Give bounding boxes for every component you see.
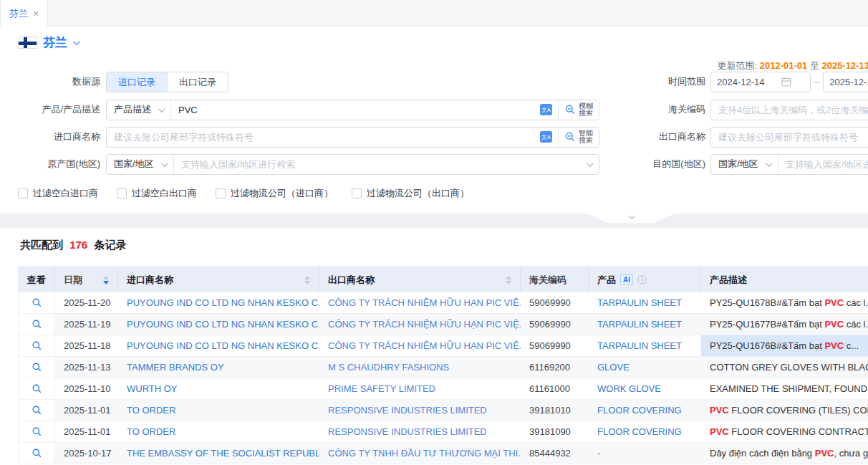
date-cell: 2025-11-01 <box>55 421 118 442</box>
country-selector[interactable]: 芬兰 <box>18 34 78 51</box>
date-to-input[interactable] <box>829 77 868 87</box>
view-search-icon[interactable] <box>32 405 42 416</box>
sort-control-date[interactable] <box>97 276 109 284</box>
product-cell: TARPAULIN SHEET <box>589 292 701 313</box>
product-link[interactable]: GLOVE <box>597 362 630 373</box>
view-search-icon[interactable] <box>32 340 42 351</box>
exporter-cell: M S CHAUDHRY FASHIONS <box>319 357 521 378</box>
hscode-input[interactable] <box>711 100 868 120</box>
checkbox-icon[interactable] <box>18 188 28 198</box>
view-search-icon[interactable] <box>32 297 42 308</box>
view-search-icon[interactable] <box>32 319 42 330</box>
product-link[interactable]: FLOOR COVERING <box>597 405 682 416</box>
exporter-link[interactable]: CÔNG TY TNHH ĐẦU TƯ THƯƠNG MẠI THI... <box>328 448 521 459</box>
update-range-to-word: 至 <box>810 60 819 71</box>
checkbox-filter-logistics-exporter[interactable]: 过滤物流公司（出口商） <box>352 187 469 200</box>
exporter-cell: CÔNG TY TRÁCH NHIỆM HỮU HẠN PIC VIỆ... <box>319 335 521 356</box>
exporter-cell: CÔNG TY TRÁCH NHIỆM HỮU HẠN PIC VIỆ... <box>319 292 521 313</box>
exporter-link[interactable]: CÔNG TY TRÁCH NHIỆM HỮU HẠN PIC VIỆ... <box>328 319 521 330</box>
datasource-option-import[interactable]: 进口记录 <box>107 72 167 92</box>
importer-link[interactable]: TAMMER BRANDS OY <box>127 362 224 373</box>
importer-link[interactable]: TO ORDER <box>127 426 175 437</box>
description-cell[interactable]: PY25-QU1678B#&Tấm bạt PVC các l... 文A <box>701 292 868 313</box>
view-cell <box>18 314 55 335</box>
view-search-icon[interactable] <box>32 448 42 459</box>
info-icon[interactable] <box>637 275 647 284</box>
checkbox-filter-blank-importer[interactable]: 过滤空白进口商 <box>18 187 98 200</box>
table-row: 2025-11-20 PUYOUNG IND CO LTD NG NHAN KE… <box>18 292 868 314</box>
importer-input[interactable] <box>107 128 540 147</box>
column-header-exporter[interactable]: 出口商名称 <box>319 267 521 292</box>
exporter-link[interactable]: RESPONSIVE INDUSTRIES LIMITED <box>328 426 487 437</box>
view-search-icon[interactable] <box>32 383 42 394</box>
fuzzy-search-button[interactable]: 模糊搜索 <box>558 100 599 120</box>
tab-bar: 芬兰 × <box>0 0 868 27</box>
description-cell[interactable]: COTTON GREY GLOVES WITH BLACK... 文A <box>701 357 868 378</box>
checkbox-label: 过滤空白出口商 <box>132 187 197 200</box>
description-cell[interactable]: PVC FLOOR COVERING CONTRACT F... 文A <box>701 421 868 442</box>
chevron-down-icon <box>158 105 165 112</box>
summary-suffix: 条记录 <box>94 239 126 251</box>
tab-close-icon[interactable]: × <box>33 9 39 19</box>
smart-search-button[interactable]: 智能搜索 <box>558 128 599 147</box>
table-row: 2025-11-19 PUYOUNG IND CO LTD NG NHAN KE… <box>18 314 868 335</box>
importer-link[interactable]: TO ORDER <box>127 405 175 416</box>
description-cell[interactable]: PVC FLOOR COVERING (TILES) CONT... 文A <box>701 400 868 421</box>
description-cell[interactable]: EXAMINED THE SHIPMENT, FOUND ... 文A <box>701 378 868 399</box>
importer-link[interactable]: WURTH OY <box>127 383 178 394</box>
date-from-field[interactable] <box>710 72 811 92</box>
date-cell: 2025-11-20 <box>55 292 118 313</box>
checkbox-icon[interactable] <box>352 188 362 198</box>
translate-icon[interactable]: 文A <box>540 104 552 115</box>
product-cell: FLOOR COVERING <box>589 400 701 421</box>
checkbox-filter-logistics-importer[interactable]: 过滤物流公司（进口商） <box>216 187 333 200</box>
column-header-importer[interactable]: 进口商名称 <box>118 267 319 292</box>
destination-label: 目的国(地区) <box>637 153 705 175</box>
view-search-icon[interactable] <box>32 426 42 437</box>
description-cell[interactable]: PY25-QU1676B#&Tấm bạt PVC c... 文A <box>701 335 868 356</box>
importer-link[interactable]: PUYOUNG IND CO LTD NG NHAN KESKO C... <box>127 319 319 330</box>
origin-search-input[interactable] <box>174 155 587 174</box>
sort-control-importer[interactable] <box>299 276 310 284</box>
date-to-field[interactable] <box>823 72 868 92</box>
checkbox-filter-blank-exporter[interactable]: 过滤空白出口商 <box>117 187 197 200</box>
view-cell <box>18 357 55 378</box>
translate-icon[interactable]: 文A <box>540 131 552 143</box>
product-link[interactable]: TARPAULIN SHEET <box>597 340 682 351</box>
sort-control-exporter[interactable] <box>500 276 511 284</box>
datasource-option-export[interactable]: 出口记录 <box>167 72 228 92</box>
date-cell: 2025-10-17 <box>55 443 118 464</box>
importer-link[interactable]: THE EMBASSY OF THE SOCIALIST REPUBLIC... <box>127 448 319 459</box>
description-cell[interactable]: Dây điện cách điện bằng PVC, chưa g... 文… <box>701 443 868 464</box>
exporter-link[interactable]: CÔNG TY TRÁCH NHIỆM HỮU HẠN PIC VIỆ... <box>328 297 521 308</box>
exporter-input[interactable] <box>711 128 868 147</box>
exporter-link[interactable]: M S CHAUDHRY FASHIONS <box>328 362 449 373</box>
product-link[interactable]: TARPAULIN SHEET <box>597 319 682 330</box>
importer-link[interactable]: PUYOUNG IND CO LTD NG NHAN KESKO C... <box>127 340 319 351</box>
description-cell[interactable]: PY25-QU1677B#&Tấm bạt PVC các l... 文A <box>701 314 868 335</box>
product-search-input[interactable] <box>171 100 540 120</box>
fuzzy-search-label: 模糊搜索 <box>579 102 593 117</box>
product-link[interactable]: WORK GLOVE <box>597 383 661 394</box>
product-label: 产品/产品描述 <box>0 99 100 120</box>
tab-finland[interactable]: 芬兰 × <box>0 0 48 27</box>
destination-search-input[interactable] <box>778 155 868 174</box>
product-link[interactable]: FLOOR COVERING <box>597 426 682 437</box>
column-header-date[interactable]: 日期 <box>55 267 118 292</box>
exporter-link[interactable]: PRIME SAFETY LIMITED <box>328 383 435 394</box>
date-from-input[interactable] <box>717 77 781 87</box>
calendar-icon <box>781 77 791 87</box>
checkbox-icon[interactable] <box>117 188 127 198</box>
product-cell: WORK GLOVE <box>589 378 701 399</box>
importer-link[interactable]: PUYOUNG IND CO LTD NG NHAN KESKO C... <box>127 297 319 308</box>
checkbox-icon[interactable] <box>216 188 226 198</box>
view-search-icon[interactable] <box>32 362 42 373</box>
exporter-link[interactable]: RESPONSIVE INDUSTRIES LIMITED <box>328 405 487 416</box>
product-link[interactable]: TARPAULIN SHEET <box>597 297 682 308</box>
origin-type-select[interactable]: 国家/地区 <box>107 155 174 174</box>
importer-cell: THE EMBASSY OF THE SOCIALIST REPUBLIC... <box>118 443 319 464</box>
collapse-panel-handle[interactable] <box>587 214 675 223</box>
exporter-link[interactable]: CÔNG TY TRÁCH NHIỆM HỮU HẠN PIC VIỆ... <box>328 340 521 351</box>
product-type-select[interactable]: 产品描述 <box>107 100 171 120</box>
destination-type-select[interactable]: 国家/地区 <box>711 155 778 174</box>
